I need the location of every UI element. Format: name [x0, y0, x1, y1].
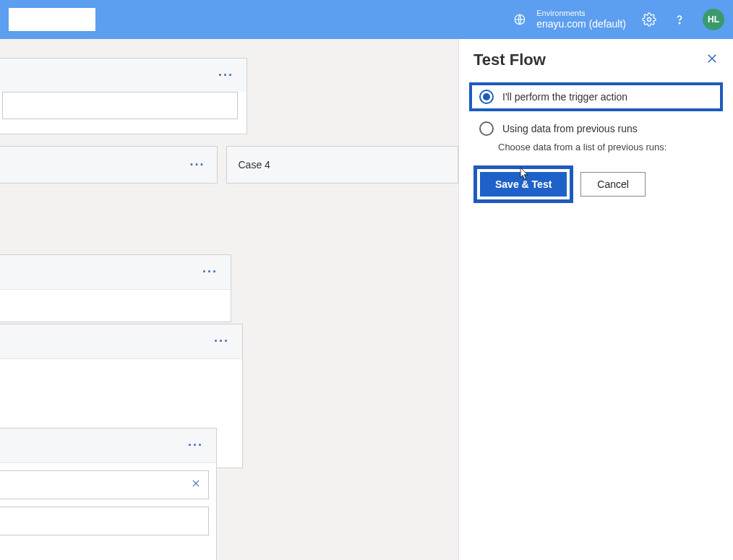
card-header: ···	[0, 255, 231, 290]
avatar[interactable]: HL	[703, 9, 724, 30]
card-field[interactable]	[0, 507, 209, 535]
radio-option-perform[interactable]: I'll perform the trigger action	[469, 82, 723, 111]
search-input[interactable]	[9, 8, 95, 31]
more-icon[interactable]: ···	[202, 264, 218, 280]
flow-canvas[interactable]: ··· ··· Case 4 ··· ··· ···	[0, 39, 458, 560]
topbar-left	[9, 8, 95, 31]
card-field[interactable]	[2, 92, 238, 119]
radio-label: I'll perform the trigger action	[502, 91, 627, 103]
panel-buttons: Save & Test Cancel	[473, 165, 719, 203]
topbar-right: Environments enayu.com (default) HL	[513, 9, 724, 30]
card-header: ···	[0, 428, 216, 463]
flow-card[interactable]: ···	[0, 428, 217, 560]
radio-option-previous[interactable]: Using data from previous runs	[473, 117, 719, 140]
case-row: ··· Case 4	[0, 146, 458, 184]
panel-header: Test Flow	[473, 51, 719, 69]
save-highlight: Save & Test	[473, 165, 573, 203]
more-icon[interactable]: ···	[218, 68, 233, 83]
globe-icon	[513, 13, 526, 26]
case-box[interactable]: ···	[0, 146, 218, 184]
save-and-test-button[interactable]: Save & Test	[480, 172, 567, 197]
card-header: ···	[0, 324, 242, 359]
top-bar: Environments enayu.com (default) HL	[0, 0, 733, 39]
more-icon[interactable]: ···	[188, 438, 203, 453]
close-icon[interactable]	[706, 52, 719, 68]
case-4-box[interactable]: Case 4	[226, 146, 459, 184]
card-header: ···	[0, 59, 247, 92]
avatar-initials: HL	[708, 14, 719, 25]
case-4-label: Case 4	[239, 159, 270, 171]
radio-label: Using data from previous runs	[502, 123, 638, 134]
settings-icon[interactable]	[642, 12, 656, 27]
flow-card[interactable]: ···	[0, 58, 247, 134]
svg-point-2	[679, 22, 680, 23]
radio-icon	[479, 90, 494, 104]
flow-card[interactable]: ···	[0, 254, 231, 322]
close-icon[interactable]	[191, 478, 201, 491]
panel-title: Test Flow	[473, 51, 546, 69]
more-icon[interactable]: ···	[189, 158, 205, 173]
svg-point-1	[648, 18, 651, 22]
previous-runs-help: Choose data from a list of previous runs…	[498, 142, 719, 152]
cancel-button[interactable]: Cancel	[580, 172, 646, 197]
environments-label: Environments	[536, 9, 626, 18]
more-icon[interactable]: ···	[214, 334, 229, 349]
radio-icon	[479, 121, 494, 136]
test-flow-panel: Test Flow I'll perform the trigger actio…	[458, 39, 733, 560]
help-icon[interactable]	[672, 12, 687, 27]
card-field[interactable]	[0, 470, 209, 499]
environment-switcher[interactable]: Environments enayu.com (default)	[513, 9, 626, 30]
environment-name: enayu.com (default)	[536, 18, 626, 30]
